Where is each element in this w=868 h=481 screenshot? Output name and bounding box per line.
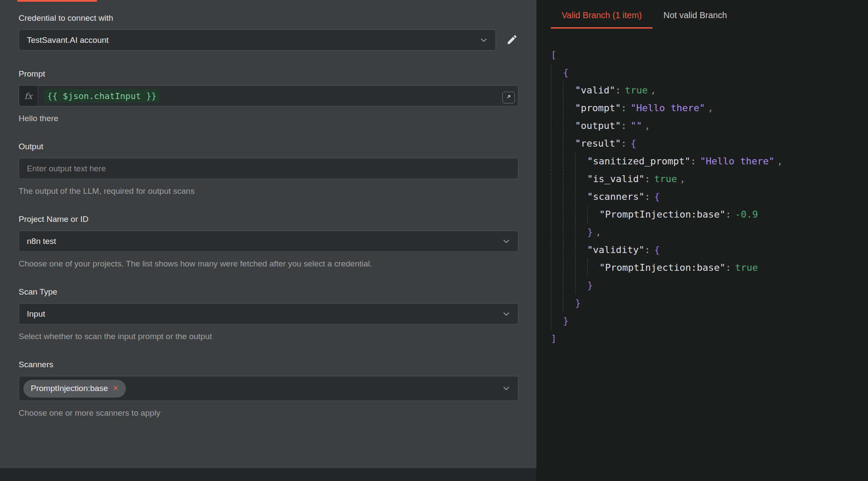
scan-type-help: Select whether to scan the input prompt …: [19, 331, 518, 341]
json-token-key: "PromptInjection:base": [599, 259, 725, 276]
indent-guide: [551, 170, 563, 188]
branch-tabs: Valid Branch (1 item) Not valid Branch: [551, 5, 868, 29]
indent-guide: [563, 276, 575, 294]
json-line: "prompt":"Hello there",: [551, 99, 868, 117]
indent-guide: [563, 170, 575, 188]
json-token-key: "output": [575, 117, 621, 135]
json-line: ]: [551, 330, 868, 347]
json-token-bool: true: [654, 170, 677, 188]
json-token-colon: :: [644, 170, 650, 188]
indent-guide: [551, 276, 563, 294]
prompt-expression-input[interactable]: fx {{ $json.chatInput }}: [19, 85, 518, 106]
json-line: "PromptInjection:base":-0.9: [551, 205, 868, 223]
json-token-bracket: {: [563, 64, 569, 81]
json-token-colon: :: [621, 135, 627, 152]
json-token-comma: ,: [680, 170, 685, 188]
json-token-colon: :: [725, 259, 731, 276]
json-line: "is_valid":true,: [551, 170, 868, 188]
indent-guide: [575, 241, 587, 259]
json-line: {: [551, 64, 868, 81]
indent-guide: [563, 135, 575, 152]
indent-guide: [563, 223, 575, 241]
credential-group: Credential to connect with TestSavant.AI…: [19, 13, 518, 51]
json-token-bracket: {: [630, 135, 636, 152]
output-help: The output of the LLM, required for outp…: [19, 186, 518, 196]
json-token-colon: :: [621, 117, 627, 135]
indent-guide: [563, 152, 575, 170]
tab-valid-branch[interactable]: Valid Branch (1 item): [551, 5, 653, 29]
json-token-comma: ,: [645, 117, 650, 135]
indent-guide: [551, 259, 563, 276]
json-line: }: [551, 276, 868, 294]
json-token-comma: ,: [777, 152, 783, 170]
json-token-comma: ,: [707, 99, 713, 117]
indent-guide: [551, 152, 563, 170]
indent-guide: [563, 241, 575, 259]
json-token-bracket: [: [551, 46, 556, 64]
project-label: Project Name or ID: [19, 214, 518, 224]
scanner-tag-label: PromptInjection:base: [31, 384, 108, 393]
json-line: "output":"",: [551, 117, 868, 135]
json-token-bracket: }: [587, 276, 593, 294]
indent-guide: [563, 259, 575, 276]
json-line: "scanners":{: [551, 188, 868, 205]
node-detail-view: Credential to connect with TestSavant.AI…: [0, 0, 868, 481]
pencil-icon: [506, 34, 518, 47]
scan-type-group: Scan Type Input Select whether to scan t…: [19, 287, 518, 341]
indent-guide: [563, 117, 575, 135]
json-token-colon: :: [690, 152, 696, 170]
expression-code: {{ $json.chatInput }}: [44, 89, 160, 103]
json-token-key: "result": [575, 135, 621, 152]
scan-type-value: Input: [27, 309, 502, 319]
indent-guide: [563, 294, 575, 312]
json-line: "result":{: [551, 135, 868, 152]
scanners-label: Scanners: [19, 359, 518, 369]
json-line: }: [551, 312, 868, 330]
tab-not-valid-branch[interactable]: Not valid Branch: [653, 5, 738, 29]
json-token-bracket: ]: [551, 330, 556, 347]
json-token-bracket: }: [587, 223, 593, 241]
scanners-multiselect[interactable]: PromptInjection:base ✕: [19, 376, 518, 401]
chevron-down-icon: [479, 35, 489, 45]
project-help: Choose one of your projects. The list sh…: [19, 259, 518, 269]
output-input[interactable]: [19, 158, 518, 179]
indent-guide: [551, 223, 563, 241]
open-expression-editor-button[interactable]: [502, 92, 515, 103]
project-group: Project Name or ID n8n test Choose one o…: [19, 214, 518, 269]
json-token-key: "validity": [587, 241, 644, 259]
indent-guide: [587, 205, 599, 223]
project-select[interactable]: n8n test: [19, 231, 518, 252]
indent-guide: [563, 205, 575, 223]
prompt-group: Prompt fx {{ $json.chatInput }} Hello th…: [19, 69, 518, 123]
scanners-group: Scanners PromptInjection:base ✕ Choose o…: [19, 359, 518, 418]
json-line: "PromptInjection:base":true: [551, 259, 868, 276]
json-token-colon: :: [644, 188, 650, 205]
json-token-colon: :: [615, 81, 621, 99]
edit-credential-button[interactable]: [506, 34, 518, 47]
indent-guide: [551, 99, 563, 117]
json-token-colon: :: [621, 99, 627, 117]
indent-guide: [563, 188, 575, 205]
indent-guide: [563, 81, 575, 99]
indent-guide: [551, 312, 563, 330]
scan-type-select[interactable]: Input: [19, 303, 518, 324]
json-token-colon: :: [725, 205, 731, 223]
indent-guide: [563, 99, 575, 117]
json-token-bool: true: [735, 259, 758, 276]
prompt-label: Prompt: [19, 69, 518, 79]
indent-guide: [575, 223, 587, 241]
remove-tag-icon[interactable]: ✕: [113, 385, 119, 392]
output-panel: Valid Branch (1 item) Not valid Branch […: [537, 0, 868, 481]
indent-guide: [575, 276, 587, 294]
credential-select[interactable]: TestSavant.AI account: [19, 29, 496, 51]
json-token-bracket: }: [563, 312, 569, 330]
json-token-comma: ,: [650, 81, 656, 99]
json-line: "valid":true,: [551, 81, 868, 99]
json-token-string: "Hello there": [630, 99, 705, 117]
expand-icon: [505, 93, 512, 102]
indent-guide: [551, 188, 563, 205]
json-token-key: "sanitized_prompt": [587, 152, 690, 170]
indent-guide: [551, 241, 563, 259]
json-line: },: [551, 223, 868, 241]
json-token-comma: ,: [595, 223, 601, 241]
